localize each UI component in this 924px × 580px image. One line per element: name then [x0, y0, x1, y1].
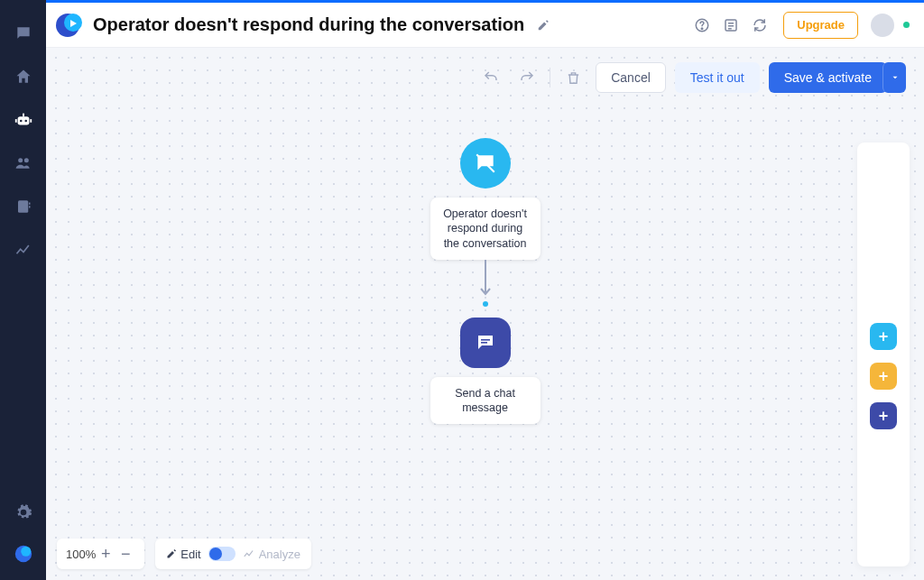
action-node-label: Send a chat message — [455, 387, 515, 414]
svg-rect-3 — [23, 114, 24, 117]
flow-connector — [485, 260, 486, 298]
connector-dot — [483, 301, 488, 307]
flow: Operator doesn't respond during the conv… — [430, 138, 541, 424]
zoom-control: 100% + − — [57, 539, 144, 569]
zoom-in-button[interactable]: + — [96, 544, 116, 564]
svg-point-12 — [21, 547, 31, 557]
action-bar: Cancel Test it out Save & activate — [477, 62, 906, 93]
analyze-mode-label[interactable]: Analyze — [243, 548, 300, 561]
canvas[interactable]: Cancel Test it out Save & activate + + + — [46, 48, 924, 580]
svg-point-6 — [18, 158, 23, 162]
trigger-node[interactable]: Operator doesn't respond during the conv… — [430, 198, 541, 260]
add-condition-button[interactable]: + — [870, 363, 897, 390]
save-dropdown-caret[interactable] — [882, 62, 906, 93]
edit-title-button[interactable] — [531, 14, 555, 37]
nav-analytics-icon[interactable] — [8, 235, 39, 265]
header: Operator doesn't respond during the conv… — [46, 3, 924, 48]
zoom-value: 100% — [66, 548, 96, 561]
nav-settings-icon[interactable] — [8, 497, 39, 528]
zoom-out-button[interactable]: − — [116, 544, 135, 564]
nav-logo-icon[interactable] — [8, 539, 39, 569]
svg-point-7 — [23, 158, 28, 162]
svg-rect-19 — [481, 339, 490, 341]
cancel-button[interactable]: Cancel — [596, 62, 666, 93]
upgrade-button[interactable]: Upgrade — [783, 12, 858, 39]
nav-bot-icon[interactable] — [8, 105, 39, 135]
refresh-icon[interactable] — [747, 13, 772, 38]
news-icon[interactable] — [718, 13, 744, 38]
svg-rect-5 — [30, 119, 32, 123]
help-icon[interactable] — [689, 13, 715, 38]
svg-rect-8 — [18, 200, 28, 213]
bottom-toolbar: 100% + − Edit Analyze — [57, 539, 311, 569]
trigger-node-label: Operator doesn't respond during the conv… — [443, 207, 527, 250]
test-button[interactable]: Test it out — [675, 62, 760, 93]
mode-toggle[interactable] — [208, 547, 236, 561]
svg-rect-9 — [29, 203, 31, 205]
add-action-button[interactable]: + — [870, 402, 897, 429]
action-node-icon[interactable] — [460, 318, 511, 368]
delete-button[interactable] — [559, 64, 587, 91]
add-trigger-button[interactable]: + — [870, 323, 897, 350]
svg-point-16 — [702, 28, 704, 30]
mode-switch: Edit Analyze — [155, 539, 311, 569]
undo-button[interactable] — [477, 64, 504, 91]
left-nav — [0, 0, 46, 580]
nav-contacts-icon[interactable] — [8, 191, 39, 222]
page-title: Operator doesn't respond during the conv… — [93, 14, 524, 35]
svg-rect-4 — [14, 119, 16, 123]
nav-home-icon[interactable] — [8, 61, 39, 92]
svg-point-2 — [24, 120, 27, 123]
app-logo-icon — [55, 11, 84, 40]
trigger-node-icon[interactable] — [460, 138, 511, 189]
nav-people-icon[interactable] — [8, 148, 39, 179]
svg-rect-10 — [29, 206, 31, 207]
presence-indicator — [903, 22, 910, 28]
action-node[interactable]: Send a chat message — [430, 377, 541, 425]
svg-rect-20 — [481, 342, 487, 344]
svg-rect-0 — [17, 116, 29, 124]
save-activate-button[interactable]: Save & activate — [769, 62, 887, 93]
redo-button[interactable] — [513, 64, 541, 91]
separator — [550, 68, 550, 87]
add-node-panel: + + + — [857, 143, 910, 566]
svg-point-1 — [19, 120, 22, 123]
nav-chat-icon[interactable] — [8, 18, 39, 49]
edit-mode-label[interactable]: Edit — [166, 548, 200, 561]
avatar[interactable] — [871, 14, 894, 37]
